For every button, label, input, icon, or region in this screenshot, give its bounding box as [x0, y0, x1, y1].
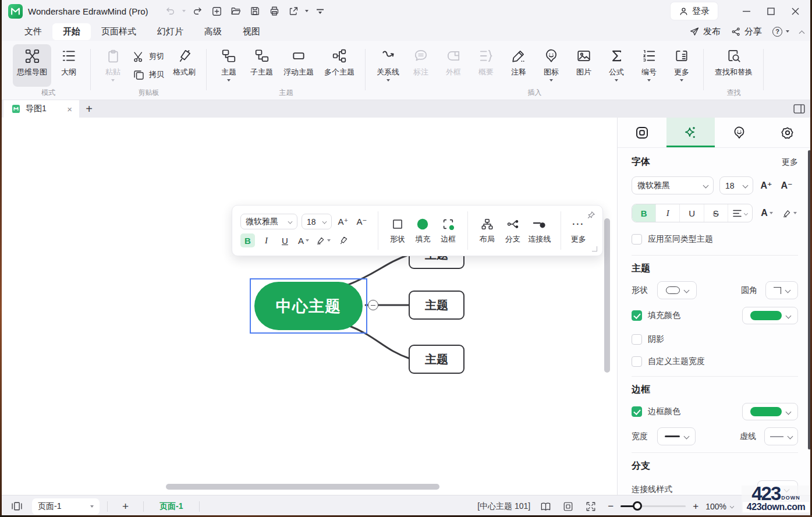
- panel-font-color-button[interactable]: A: [760, 206, 774, 220]
- fill-color-select[interactable]: [742, 307, 798, 324]
- font-more-link[interactable]: 更多: [782, 157, 798, 168]
- icon-button[interactable]: 图标: [536, 44, 566, 87]
- publish-button[interactable]: 发布: [689, 26, 721, 37]
- panel-tab-style[interactable]: [666, 118, 715, 147]
- increase-font-button[interactable]: A⁺: [336, 215, 350, 229]
- copy-button[interactable]: 拷贝: [133, 69, 164, 81]
- float-shape-button[interactable]: 形状: [387, 217, 408, 245]
- outline-mode-button[interactable]: 大纲: [54, 44, 84, 87]
- menu-file[interactable]: 文件: [14, 23, 52, 40]
- picture-button[interactable]: 图片: [569, 44, 599, 87]
- border-width-select[interactable]: [657, 427, 696, 445]
- panel-bold-button[interactable]: B: [632, 204, 656, 222]
- float-italic-button[interactable]: I: [259, 233, 274, 247]
- active-page-tab[interactable]: 页面-1: [151, 501, 191, 512]
- apply-same-type-checkbox[interactable]: [632, 234, 642, 245]
- float-font-select[interactable]: 微软雅黑: [240, 214, 297, 229]
- topic-node-middle[interactable]: 主题: [409, 291, 464, 320]
- customize-toolbar-button[interactable]: [313, 3, 328, 19]
- panel-underline-button[interactable]: U: [680, 204, 704, 222]
- central-topic-node[interactable]: 中心主题: [254, 282, 363, 330]
- fill-color-checkbox[interactable]: [632, 310, 642, 321]
- float-fill-button[interactable]: 填充: [413, 217, 434, 245]
- vertical-scrollbar[interactable]: [604, 218, 610, 373]
- callout-button[interactable]: 标注: [406, 44, 436, 87]
- float-font-color-button[interactable]: A: [296, 233, 311, 247]
- float-format-painter-button[interactable]: [336, 233, 350, 247]
- float-highlight-button[interactable]: [315, 233, 332, 247]
- toolbar-resize-handle[interactable]: [592, 246, 597, 252]
- login-button[interactable]: 登录: [671, 2, 718, 20]
- save-button[interactable]: [247, 3, 263, 19]
- float-layout-button[interactable]: 布局: [477, 217, 498, 245]
- collapse-branch-button[interactable]: [368, 300, 378, 310]
- collapse-ribbon-icon[interactable]: [799, 30, 805, 36]
- zoom-out-button[interactable]: −: [606, 501, 615, 512]
- float-more-button[interactable]: ··· 更多: [569, 217, 587, 245]
- border-color-checkbox[interactable]: [632, 406, 642, 417]
- menu-view[interactable]: 视图: [232, 23, 271, 40]
- page-panel-icon[interactable]: [9, 499, 24, 514]
- add-page-button[interactable]: +: [115, 500, 136, 513]
- fullscreen-icon[interactable]: [583, 499, 598, 514]
- border-color-select[interactable]: [742, 403, 798, 420]
- page-select[interactable]: 页面-1: [32, 498, 100, 515]
- close-window-button[interactable]: [784, 2, 806, 20]
- topic-button[interactable]: 主题: [214, 44, 244, 87]
- summary-button[interactable]: 概要: [471, 44, 501, 87]
- undo-dropdown-icon[interactable]: [182, 10, 186, 12]
- dash-select[interactable]: [764, 427, 798, 445]
- horizontal-scrollbar[interactable]: [166, 484, 439, 490]
- panel-tab-icon-marker[interactable]: [715, 118, 764, 147]
- topic-node-bottom[interactable]: 主题: [409, 345, 464, 374]
- float-underline-button[interactable]: U: [278, 233, 292, 247]
- decrease-font-button[interactable]: A⁻: [354, 215, 369, 229]
- zoom-slider-knob[interactable]: [633, 501, 642, 511]
- fit-screen-icon[interactable]: [561, 499, 576, 514]
- corner-select[interactable]: [765, 281, 798, 299]
- zoom-level[interactable]: 100%: [705, 502, 734, 511]
- help-button[interactable]: ?: [772, 27, 789, 37]
- panel-tab-settings[interactable]: [764, 118, 812, 147]
- more-insert-button[interactable]: 更多: [666, 44, 697, 87]
- menu-home[interactable]: 开始: [52, 23, 91, 40]
- mindmap-canvas[interactable]: 主题 主题 主题 中心主题 微软雅黑 18 A⁺ A⁻: [0, 118, 617, 495]
- panel-tab-canvas-style[interactable]: [618, 118, 666, 147]
- floating-topic-button[interactable]: 浮动主题: [279, 44, 318, 87]
- document-tab[interactable]: 导图1 ×: [3, 100, 79, 118]
- comment-button[interactable]: 注释: [503, 44, 534, 87]
- minimize-button[interactable]: [735, 2, 757, 20]
- paste-button[interactable]: 粘贴: [98, 44, 128, 87]
- relationship-button[interactable]: 关系线: [373, 44, 403, 87]
- panel-decrease-font-button[interactable]: A⁻: [779, 179, 794, 193]
- zoom-slider[interactable]: [620, 505, 686, 507]
- shadow-checkbox[interactable]: [632, 334, 642, 345]
- page-mode-icon[interactable]: [538, 499, 553, 514]
- zoom-in-button[interactable]: +: [691, 501, 700, 512]
- panel-italic-button[interactable]: I: [656, 204, 680, 222]
- panel-highlight-button[interactable]: [781, 206, 798, 220]
- menu-page-style[interactable]: 页面样式: [91, 23, 147, 40]
- menu-advanced[interactable]: 高级: [194, 23, 232, 40]
- menu-slideshow[interactable]: 幻灯片: [147, 23, 194, 40]
- new-file-button[interactable]: [209, 3, 224, 19]
- custom-width-checkbox[interactable]: [632, 356, 642, 367]
- new-document-tab-button[interactable]: +: [79, 100, 99, 118]
- panel-increase-font-button[interactable]: A⁺: [759, 179, 774, 193]
- undo-button[interactable]: [163, 3, 178, 19]
- export-button[interactable]: [286, 3, 301, 19]
- redo-button[interactable]: [190, 3, 205, 19]
- share-button[interactable]: 分享: [731, 26, 762, 37]
- float-border-button[interactable]: 边框: [438, 217, 459, 245]
- shape-select[interactable]: [657, 281, 697, 299]
- float-connector-button[interactable]: 连接线: [528, 217, 552, 245]
- print-button[interactable]: [267, 3, 282, 19]
- find-replace-button[interactable]: 查找和替换: [711, 44, 757, 87]
- maximize-button[interactable]: [760, 2, 782, 20]
- format-painter-button[interactable]: 格式刷: [169, 44, 200, 87]
- toggle-panel-icon[interactable]: [793, 104, 805, 114]
- panel-strikethrough-button[interactable]: S: [704, 204, 728, 222]
- formula-button[interactable]: 公式: [601, 44, 632, 87]
- panel-align-button[interactable]: [728, 204, 752, 222]
- float-bold-button[interactable]: B: [240, 233, 255, 247]
